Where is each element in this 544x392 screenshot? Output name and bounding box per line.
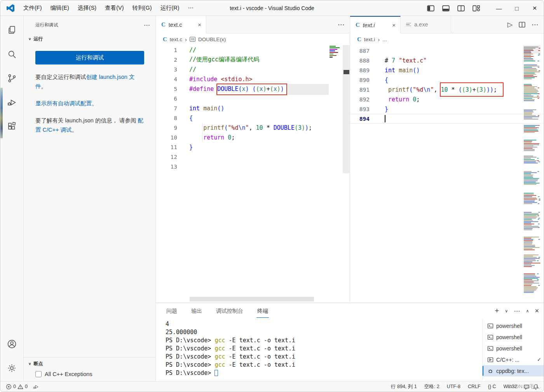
editor-more-actions-icon[interactable]: ⋯ — [338, 21, 344, 29]
line-number[interactable]: 6 — [156, 96, 177, 102]
panel-tab[interactable]: 终端 — [256, 304, 269, 318]
menu-item[interactable]: 选择(S) — [73, 3, 101, 13]
toggle-panel-icon[interactable] — [442, 5, 450, 12]
code-line[interactable]: 888# 7 "text.c" — [350, 56, 544, 65]
customize-layout-icon[interactable] — [473, 5, 480, 12]
close-panel-icon[interactable]: × — [535, 307, 539, 315]
menu-item[interactable]: 编辑(E) — [46, 3, 73, 13]
line-number[interactable]: 4 — [156, 76, 177, 82]
code-line[interactable]: 11} — [156, 142, 350, 152]
code-line[interactable]: 889int main() — [350, 65, 544, 75]
maximize-panel-icon[interactable]: ∧ — [526, 308, 529, 314]
account-icon[interactable] — [0, 334, 24, 354]
menu-item[interactable]: 转到(G) — [128, 3, 156, 13]
line-number[interactable]: 1 — [156, 47, 177, 53]
text-link[interactable]: 显示所有自动调试配置。 — [35, 100, 98, 106]
status-item[interactable]: 空格: 2 — [424, 383, 439, 390]
code-line[interactable]: 893} — [350, 104, 544, 114]
terminal-list-item[interactable]: C/C++: ...✓ — [483, 354, 544, 365]
code-line[interactable]: 887 — [350, 46, 544, 56]
breadcrumb-more[interactable]: ... — [382, 37, 387, 42]
code-line[interactable]: 10 return 0; — [156, 132, 350, 142]
terminal-list-item[interactable]: powershell — [483, 343, 544, 354]
horizontal-scrollbar[interactable] — [190, 297, 314, 301]
terminal-list-item[interactable]: powershell — [483, 331, 544, 343]
maximize-button[interactable]: □ — [508, 0, 526, 16]
line-number[interactable]: 893 — [350, 106, 370, 112]
minimize-button[interactable]: — — [490, 0, 508, 16]
split-editor-icon[interactable] — [457, 5, 465, 12]
debug-status[interactable] — [31, 383, 41, 390]
menu-item[interactable]: 查看(V) — [101, 3, 128, 13]
line-number[interactable]: 888 — [350, 57, 370, 64]
all-cpp-exceptions-checkbox[interactable] — [35, 371, 42, 377]
close-tab-icon[interactable]: × — [388, 22, 396, 28]
breadcrumb[interactable]: C text.i › ... — [350, 33, 544, 45]
panel-tab[interactable]: 输出 — [190, 304, 203, 318]
minimap[interactable] — [329, 45, 342, 61]
explorer-icon[interactable] — [0, 20, 24, 40]
code-line[interactable]: 1// — [156, 45, 350, 55]
code-line[interactable]: 13 — [156, 162, 350, 171]
split-editor-icon[interactable] — [519, 21, 525, 28]
breadcrumb-file[interactable]: text.c — [170, 37, 182, 42]
line-number[interactable]: 894 — [350, 116, 370, 122]
scrollbar-thumb[interactable] — [343, 70, 349, 74]
terminal-list-item[interactable]: powershell — [483, 320, 544, 331]
status-item[interactable]: Win32 — [504, 384, 517, 389]
search-icon[interactable] — [0, 44, 24, 64]
code-line[interactable]: 2//使用gcc编译器编译代码 — [156, 55, 350, 64]
panel-more-icon[interactable]: ⋯ — [514, 307, 520, 315]
terminal-dropdown-icon[interactable]: ∨ — [505, 308, 508, 314]
code-line[interactable]: 3// — [156, 64, 350, 74]
breakpoints-header[interactable]: ∨ 断点 — [24, 357, 155, 369]
line-number[interactable]: 7 — [156, 105, 177, 112]
tab-textc[interactable]: C text.c × — [156, 16, 206, 33]
show-auto-debug-configs-link[interactable]: 显示所有自动调试配置。 — [35, 99, 144, 108]
panel-tab[interactable]: 调试控制台 — [215, 304, 244, 318]
tab-texti[interactable]: C text.i × — [350, 16, 401, 33]
terminal-output[interactable]: 425.000000PS D:\vscode> gcc -E text.c -o… — [156, 319, 482, 381]
tab-aexe[interactable]: a.exe — [401, 16, 451, 33]
line-number[interactable]: 890 — [350, 77, 370, 83]
code-line[interactable]: 4#include <stdio.h> — [156, 74, 350, 84]
new-terminal-icon[interactable]: + — [495, 307, 499, 315]
line-number[interactable]: 891 — [350, 87, 370, 93]
line-number[interactable]: 10 — [156, 134, 177, 141]
breadcrumb-file[interactable]: text.i — [364, 37, 375, 42]
settings-gear-icon[interactable] — [0, 358, 24, 378]
close-window-button[interactable]: × — [526, 0, 544, 16]
breakpoint-item[interactable]: All C++ Exceptions — [24, 369, 155, 378]
toggle-sidebar-icon[interactable] — [427, 5, 434, 12]
line-number[interactable]: 9 — [156, 125, 177, 131]
feedback-icon[interactable] — [523, 384, 530, 390]
breadcrumb-symbol[interactable]: DOUBLE(x) — [198, 37, 226, 42]
problems-status[interactable]: 0 0 — [4, 384, 29, 390]
code-editor-textc[interactable]: 1//2//使用gcc编译器编译代码3//4#include <stdio.h>… — [156, 45, 350, 303]
line-number[interactable]: 12 — [156, 154, 177, 160]
breadcrumb[interactable]: C text.c › DOUBLE(x) — [156, 33, 350, 45]
close-tab-icon[interactable]: × — [194, 21, 201, 28]
editor-more-actions-icon[interactable]: ⋯ — [532, 21, 538, 29]
terminal-list-item[interactable]: cppdbg: tex... — [483, 365, 544, 376]
run-and-debug-icon[interactable] — [0, 92, 24, 112]
line-number[interactable]: 5 — [156, 86, 177, 92]
minimap-slider[interactable] — [523, 45, 541, 54]
bell-icon[interactable] — [533, 384, 539, 390]
code-line[interactable]: 894 — [350, 114, 544, 124]
code-editor-texti[interactable]: 887888# 7 "text.c"889int main()890{891 p… — [350, 45, 544, 303]
line-number[interactable]: 13 — [156, 164, 177, 170]
code-line[interactable]: 9 printf("%d\n", 10 * DOUBLE(3)); — [156, 123, 350, 132]
source-control-icon[interactable] — [0, 68, 24, 88]
code-line[interactable]: 12 — [156, 152, 350, 162]
line-number[interactable]: 11 — [156, 144, 177, 150]
vertical-scrollbar[interactable] — [343, 45, 350, 173]
run-section-header[interactable]: ∨ 运行 — [24, 31, 155, 44]
line-number[interactable]: 892 — [350, 96, 370, 103]
code-line[interactable]: 7int main() — [156, 103, 350, 113]
status-item[interactable]: UTF-8 — [447, 384, 460, 389]
line-number[interactable]: 8 — [156, 115, 177, 121]
status-item[interactable]: 行 894, 列 1 — [391, 383, 417, 390]
line-number[interactable]: 3 — [156, 66, 177, 73]
run-and-debug-button[interactable]: 运行和调试 — [35, 51, 144, 64]
